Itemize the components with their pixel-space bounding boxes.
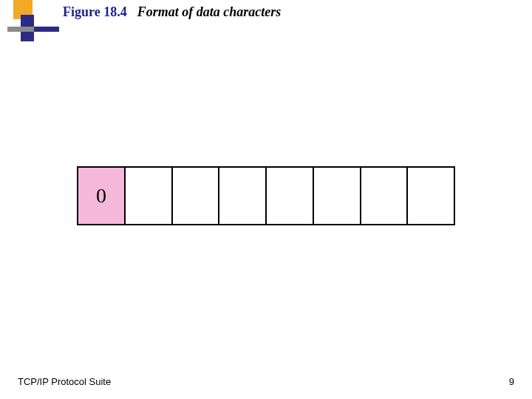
footer-source: TCP/IP Protocol Suite: [18, 376, 111, 387]
svg-rect-3: [7, 27, 34, 32]
bit-cell-3: [218, 166, 265, 225]
page-number: 9: [509, 376, 514, 387]
slide-corner-decoration: [0, 0, 59, 52]
bit-cell-6: [360, 166, 407, 225]
figure-title-row: Figure 18.4 Format of data characters: [63, 4, 281, 20]
figure-name: Format of data characters: [137, 4, 282, 19]
bit-cell-2: [171, 166, 219, 225]
bit-cell-5: [313, 166, 360, 225]
bit-cell-7: [406, 166, 455, 225]
bit-cell-1: [124, 166, 171, 225]
byte-diagram: 0: [77, 166, 455, 225]
bit-cell-0: 0: [77, 166, 124, 225]
bit-cell-4: [265, 166, 313, 225]
figure-number: Figure 18.4: [63, 4, 127, 19]
